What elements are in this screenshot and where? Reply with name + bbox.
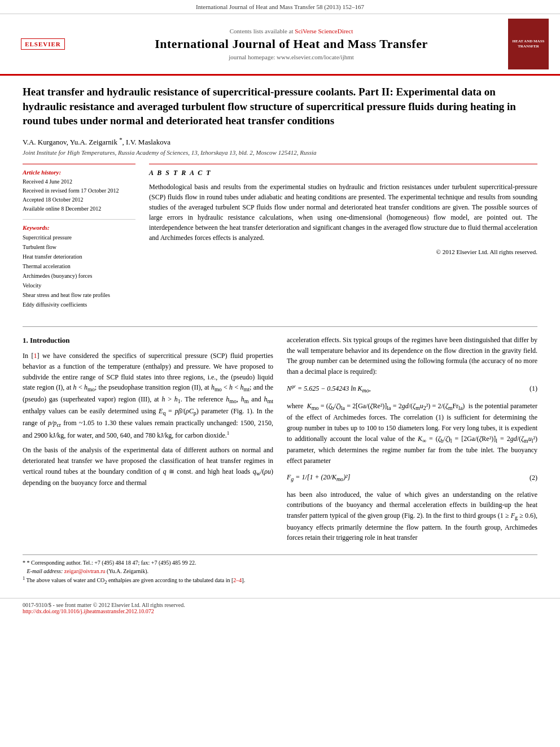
ref-1-link[interactable]: 1 [33,352,37,360]
footnote-star-text: * Corresponding author. Tel.: +7 (495) 4… [27,560,196,566]
journal-reference-bar: International Journal of Heat and Mass T… [0,0,560,14]
affiliation: Joint Institute for High Temperatures, R… [23,149,537,156]
footnote-1: 1 The above values of water and CO2 enth… [23,575,537,587]
footnote-email-link[interactable]: zeigar@oivtran.ru [64,568,106,574]
formula-1-block: Ngr = 5.625 − 0.54243 ln Kmo, (1) [287,382,537,396]
keyword-2: Turbulent flow [23,242,135,252]
body-columns: 1. Introduction In [1] we have considere… [23,335,537,548]
bottom-bar: 0017-9310/$ - see front matter © 2012 El… [0,598,560,618]
available-date: Available online 8 December 2012 [23,204,135,213]
keywords-list: Supercritical pressure Turbulent flow He… [23,233,135,309]
doi-line: http://dx.doi.org/10.1016/j.ijheatmasstr… [23,608,537,614]
info-divider [23,219,135,220]
sciverse-link[interactable]: SciVerse ScienceDirect [295,28,353,34]
intro-para-2: On the basis of the analysis of the expe… [23,445,273,488]
keyword-7: Shear stress and heat flow rate profiles [23,290,135,300]
authors-text: V.A. Kurganov, Yu.A. Zeigarnik *, I.V. M… [23,138,170,146]
keywords-section: Keywords: Supercritical pressure Turbule… [23,224,135,309]
abstract-section: A B S T R A C T Methodological basis and… [149,164,537,315]
right-para-3: has been also introduced, the value of w… [287,490,537,543]
doi-link[interactable]: http://dx.doi.org/10.1016/j.ijheatmasstr… [23,608,154,614]
journal-header: ELSEVIER Contents lists available at Sci… [0,14,560,76]
received-date: Received 4 June 2012 [23,177,135,186]
article-info: Article history: Received 4 June 2012 Re… [23,164,135,315]
journal-header-right: HEAT AND MASS TRANSFER [506,19,551,69]
elsevier-logo: ELSEVIER [21,38,65,50]
footnote-star: * * Corresponding author. Tel.: +7 (495)… [23,558,537,567]
page: International Journal of Heat and Mass T… [0,0,560,747]
issn-line: 0017-9310/$ - see front matter © 2012 El… [23,602,537,608]
right-para-2: where Kmo = (ζb/ζ)la = 2[Ga/(ζRe²)]la = … [287,401,537,466]
footnote-email-name: (Yu.A. Zeigarnik). [107,568,148,574]
formula-2-text: Fg = 1/[1 + (20/Kmo)²] [287,472,350,484]
abstract-title: A B S T R A C T [149,169,537,177]
accepted-date: Accepted 18 October 2012 [23,195,135,204]
journal-homepage: journal homepage: www.elsevier.com/locat… [77,54,506,60]
keywords-title: Keywords: [23,224,135,231]
article-history-title: Article history: [23,169,135,176]
section-title: Introduction [30,336,70,344]
footnote-email-label: E-mail address: [23,568,64,574]
revised-date: Received in revised form 17 October 2012 [23,186,135,195]
section-divider [23,326,537,327]
keyword-4: Thermal acceleration [23,261,135,271]
journal-title: International Journal of Heat and Mass T… [77,37,506,51]
contents-line: Contents lists available at SciVerse Sci… [77,28,506,34]
journal-header-left: ELSEVIER [9,38,77,50]
section-heading: 1. Introduction [23,335,273,346]
intro-para-1: In [1] we have considered the specifics … [23,351,273,440]
journal-thumbnail: HEAT AND MASS TRANSFER [508,19,549,69]
footnote-1-text: The above values of water and CO2 enthal… [27,577,246,583]
main-content: Heat transfer and hydraulic resistance o… [0,76,560,598]
formula-1-number: (1) [530,383,537,394]
formula-1-text: Ngr = 5.625 − 0.54243 ln Kmo, [287,383,371,395]
article-body: Article history: Received 4 June 2012 Re… [23,164,537,315]
keyword-8: Eddy diffusivity coefficients [23,300,135,309]
journal-thumb-text: HEAT AND MASS TRANSFER [510,39,546,49]
journal-header-center: Contents lists available at SciVerse Sci… [77,28,506,60]
section-number: 1. [23,336,28,344]
authors: V.A. Kurganov, Yu.A. Zeigarnik *, I.V. M… [23,136,537,147]
formula-2-block: Fg = 1/[1 + (20/Kmo)²] (2) [287,471,537,485]
copyright-text: © 2012 Elsevier Ltd. All rights reserved… [149,248,537,255]
article-title: Heat transfer and hydraulic resistance o… [23,85,537,128]
formula-2-number: (2) [530,473,537,483]
keyword-1: Supercritical pressure [23,233,135,242]
contents-text: Contents lists available at [230,28,294,34]
right-para-1: acceleration effects. Six typical groups… [287,335,537,377]
footnote-section: * * Corresponding author. Tel.: +7 (495)… [23,554,537,587]
keyword-6: Velocity [23,281,135,290]
left-body-col: 1. Introduction In [1] we have considere… [23,335,273,548]
journal-reference-text: International Journal of Heat and Mass T… [196,3,364,10]
footnote-ref-link[interactable]: 2–4 [233,577,242,583]
footnote-star-symbol: * [23,560,27,566]
footnote-email: E-mail address: zeigar@oivtran.ru (Yu.A.… [23,567,537,575]
article-history-section: Article history: Received 4 June 2012 Re… [23,169,135,213]
abstract-text: Methodological basis and results from th… [149,182,537,243]
keyword-5: Archimedes (buoyancy) forces [23,271,135,281]
keyword-3: Heat transfer deterioration [23,252,135,261]
right-body-col: acceleration effects. Six typical groups… [287,335,537,548]
